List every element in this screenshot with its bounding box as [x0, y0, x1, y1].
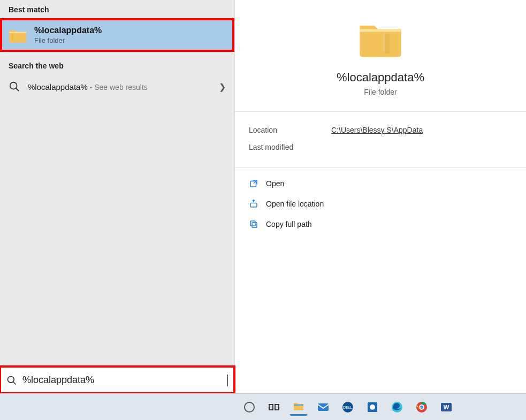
web-result-suffix: - See web results [88, 83, 148, 91]
location-icon [249, 199, 258, 209]
best-match-text: %localappdata% File folder [34, 26, 102, 44]
folder-large-icon [358, 19, 403, 59]
svg-point-1 [10, 82, 17, 89]
svg-line-4 [13, 381, 16, 384]
details-panel: %localappdata% File folder Location C:\U… [234, 0, 526, 393]
detail-subtitle: File folder [248, 88, 513, 96]
location-label: Location [249, 126, 313, 134]
action-open-location[interactable]: Open file location [243, 194, 517, 214]
web-section-header: Search the web [0, 52, 234, 74]
location-link[interactable]: C:\Users\Blessy S\AppData [331, 126, 423, 134]
action-copy-path[interactable]: Copy full path [243, 214, 517, 234]
window-root: Best match %localappdata% File folder Se… [0, 0, 526, 420]
svg-rect-9 [252, 223, 257, 227]
folder-icon [9, 27, 27, 43]
best-match-header: Best match [0, 0, 234, 18]
taskbar-icons: DELL W [234, 399, 455, 416]
details-head: %localappdata% File folder [235, 0, 526, 111]
best-match-title: %localappdata% [34, 26, 102, 35]
svg-point-11 [245, 402, 254, 412]
results-spacer [0, 99, 234, 366]
svg-rect-6 [383, 32, 385, 54]
copy-icon [249, 219, 258, 229]
svg-rect-14 [294, 404, 303, 406]
open-icon [249, 179, 258, 188]
search-results-panel: Best match %localappdata% File folder Se… [0, 0, 234, 393]
svg-rect-12 [269, 404, 273, 410]
svg-rect-10 [250, 221, 255, 226]
dell-support-icon[interactable] [364, 399, 381, 416]
search-input[interactable] [22, 375, 222, 386]
action-copy-path-label: Copy full path [266, 220, 312, 228]
svg-rect-15 [318, 403, 329, 411]
dell-icon[interactable]: DELL [339, 399, 356, 416]
actions-list: Open Open file location Copy full path [235, 168, 526, 240]
svg-rect-0 [11, 33, 13, 41]
meta-row-location: Location C:\Users\Blessy S\AppData [249, 121, 512, 139]
svg-line-2 [16, 88, 19, 91]
svg-point-3 [8, 376, 14, 383]
action-open-location-label: Open file location [266, 200, 324, 208]
best-match-result[interactable]: %localappdata% File folder [0, 18, 234, 52]
chrome-icon[interactable] [413, 399, 430, 416]
svg-point-19 [370, 404, 375, 410]
svg-rect-5 [385, 34, 389, 54]
mail-icon[interactable] [315, 399, 332, 416]
svg-rect-8 [250, 203, 257, 208]
search-icon [9, 81, 20, 93]
cortana-icon[interactable] [241, 399, 258, 416]
task-view-icon[interactable] [265, 399, 283, 416]
web-result-text: %localappdata% - See web results [28, 82, 211, 91]
svg-text:W: W [444, 404, 449, 410]
action-open[interactable]: Open [243, 173, 517, 194]
taskbar: DELL W [0, 393, 526, 420]
web-result-title: %localappdata% [28, 82, 88, 91]
action-open-label: Open [266, 179, 284, 188]
main-area: Best match %localappdata% File folder Se… [0, 0, 526, 393]
meta-row-modified: Last modified [249, 139, 512, 156]
text-caret [227, 375, 228, 386]
detail-title: %localappdata% [248, 71, 513, 85]
web-search-result[interactable]: %localappdata% - See web results ❯ [0, 74, 234, 99]
edge-icon[interactable] [388, 399, 406, 416]
svg-rect-13 [275, 404, 279, 410]
modified-label: Last modified [249, 143, 313, 151]
search-icon [6, 375, 17, 386]
word-icon[interactable]: W [438, 399, 455, 416]
best-match-subtitle: File folder [34, 36, 102, 44]
file-explorer-icon[interactable] [290, 399, 307, 416]
chevron-right-icon: ❯ [219, 82, 226, 92]
details-meta: Location C:\Users\Blessy S\AppData Last … [235, 112, 526, 167]
svg-text:DELL: DELL [343, 406, 353, 409]
search-box[interactable] [0, 366, 234, 393]
